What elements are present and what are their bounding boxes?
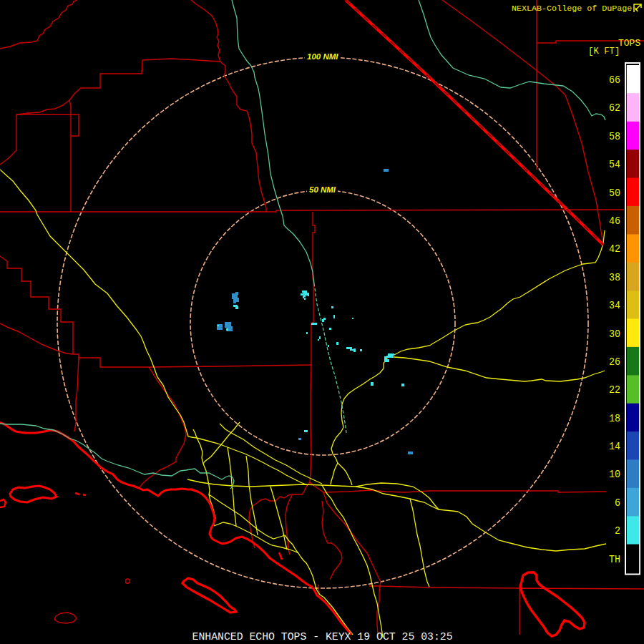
svg-text:22: 22: [609, 384, 620, 396]
svg-text:58: 58: [609, 131, 620, 142]
svg-text:2: 2: [615, 525, 620, 537]
svg-text:50: 50: [609, 187, 620, 199]
svg-text:10: 10: [609, 469, 620, 480]
svg-text:100 NMI: 100 NMI: [307, 52, 338, 61]
svg-text:NEXLAB-College of DuPage: NEXLAB-College of DuPage: [512, 4, 632, 14]
svg-text:ENHANCED ECHO TOPS - KEYX 19 O: ENHANCED ECHO TOPS - KEYX 19 OCT 25 03:2…: [192, 631, 453, 643]
svg-text:26: 26: [609, 356, 620, 368]
svg-text:62: 62: [609, 102, 620, 114]
svg-text:54: 54: [609, 159, 620, 170]
svg-text:TH: TH: [609, 554, 620, 565]
svg-text:30: 30: [609, 328, 620, 340]
svg-text:34: 34: [609, 300, 620, 311]
svg-text:46: 46: [609, 215, 620, 227]
svg-text:6: 6: [615, 497, 620, 509]
svg-text:18: 18: [609, 413, 620, 424]
svg-text:66: 66: [609, 74, 620, 86]
svg-text:14: 14: [609, 441, 620, 452]
svg-text:[K FT]: [K FT]: [588, 47, 620, 57]
svg-text:TOPS: TOPS: [618, 38, 640, 49]
svg-text:50 NMI: 50 NMI: [309, 185, 336, 194]
svg-text:38: 38: [609, 272, 620, 283]
svg-text:42: 42: [609, 243, 620, 255]
